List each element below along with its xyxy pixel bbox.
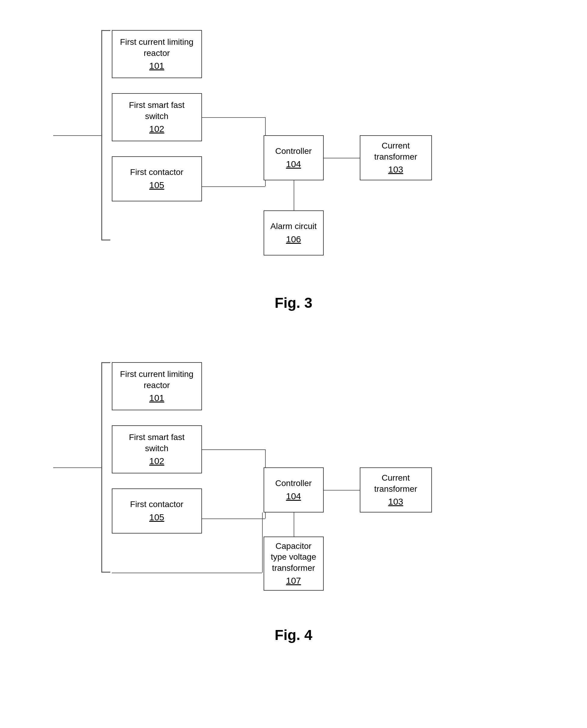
fig3-alarm-number: 106: [286, 233, 301, 245]
fig3-ct-number: 103: [388, 164, 403, 175]
fig4-switch-label2: switch: [145, 443, 169, 454]
fig3-reactor-number: 101: [149, 60, 164, 72]
fig3-switch-label: First smart fast: [129, 100, 185, 111]
fig4-contactor-to-ctrl-line: [202, 518, 265, 519]
fig4-contactor-label: First contactor: [130, 499, 183, 510]
fig4-reactor-label: First current limiting: [120, 369, 193, 380]
fig3-contactor-number: 105: [149, 179, 164, 191]
fig4-controller-number: 104: [286, 490, 301, 502]
fig3-switch-number: 102: [149, 123, 164, 135]
fig4-switch-box: First smart fast switch 102: [112, 425, 202, 473]
fig4-switch-label: First smart fast: [129, 432, 185, 443]
fig3-controller-number: 104: [286, 158, 301, 170]
fig3-ctrl-to-ct-line: [324, 158, 360, 158]
fig3-ct-label: Current: [382, 140, 410, 151]
fig4-controller-box: Controller 104: [264, 467, 324, 513]
fig4-cap-label3: transformer: [272, 563, 315, 573]
fig3-ct-label2: transformer: [374, 151, 417, 162]
fig4-reactor-box: First current limiting reactor 101: [112, 362, 202, 410]
fig3-alarm-label: Alarm circuit: [270, 221, 316, 232]
fig3-contactor-to-ctrl-line: [202, 186, 265, 187]
fig4-diagram: First current limiting reactor 101 First…: [53, 350, 534, 621]
fig4-ct-box: Current transformer 103: [360, 467, 432, 513]
fig4-switch-number: 102: [149, 455, 164, 467]
fig3-label: Fig. 3: [53, 295, 534, 311]
fig3-ct-box: Current transformer 103: [360, 135, 432, 180]
fig3-reactor-label: First current limiting: [120, 37, 193, 47]
fig4-input-line: [53, 467, 101, 468]
fig4-ct-number: 103: [388, 496, 403, 508]
fig3-switch-to-ctrl-line: [202, 117, 265, 118]
fig3-switch-box: First smart fast switch 102: [112, 93, 202, 141]
fig4-controller-label: Controller: [275, 478, 312, 489]
fig4-reactor-number: 101: [149, 392, 164, 404]
fig3-input-line: [53, 135, 101, 136]
fig3-contactor-box: First contactor 105: [112, 156, 202, 202]
fig3-bracket: [101, 30, 110, 240]
fig4-section: First current limiting reactor 101 First…: [53, 350, 534, 664]
fig4-reactor-label2: reactor: [144, 380, 170, 391]
fig3-controller-label: Controller: [275, 146, 312, 157]
fig3-ctrl-to-alarm-v: [294, 180, 294, 210]
fig4-cap-label2: type voltage: [271, 551, 316, 562]
fig4-cap-label1: Capacitor: [276, 541, 312, 551]
fig3-section: First current limiting reactor 101 First…: [53, 18, 534, 332]
fig4-label: Fig. 4: [53, 627, 534, 643]
fig4-bracket: [101, 362, 110, 572]
fig4-capacitor-box: Capacitor type voltage transformer 107: [264, 537, 324, 591]
fig4-ctrl-to-ct-line: [324, 490, 360, 491]
fig3-controller-box: Controller 104: [264, 135, 324, 180]
fig3-switch-label2: switch: [145, 111, 169, 122]
fig4-switch-to-ctrl-line: [202, 449, 265, 450]
fig3-diagram: First current limiting reactor 101 First…: [53, 18, 534, 288]
fig4-bottom-line: [112, 572, 262, 573]
fig4-contactor-number: 105: [149, 511, 164, 523]
fig4-contactor-box: First contactor 105: [112, 489, 202, 534]
fig4-ct-label: Current: [382, 472, 410, 483]
fig4-bottom-v-line: [262, 513, 263, 572]
fig4-ct-label2: transformer: [374, 484, 417, 494]
fig4-cap-number: 107: [286, 575, 301, 586]
fig3-reactor-box: First current limiting reactor 101: [112, 30, 202, 78]
fig3-alarm-box: Alarm circuit 106: [264, 210, 324, 256]
fig3-reactor-label2: reactor: [144, 48, 170, 58]
fig3-contactor-label: First contactor: [130, 167, 183, 178]
